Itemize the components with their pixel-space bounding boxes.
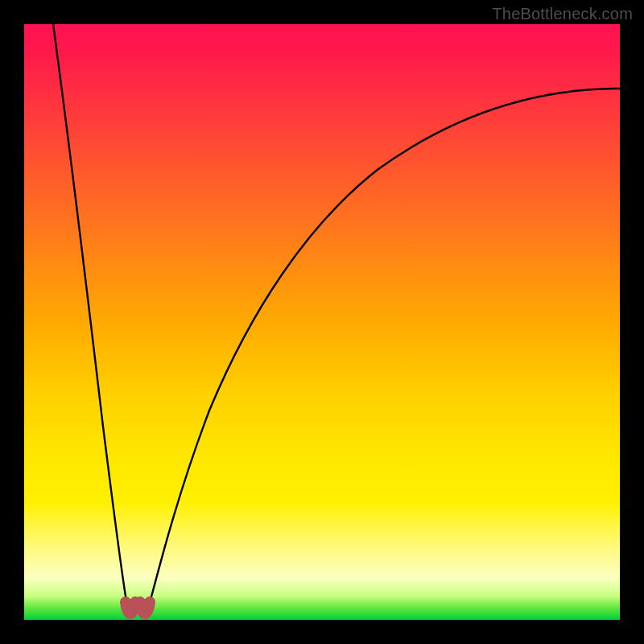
- chart-frame: TheBottleneck.com: [0, 0, 644, 644]
- plot-area: [24, 24, 620, 620]
- curve-right-branch: [147, 89, 620, 615]
- bottom-marker: [126, 602, 150, 613]
- watermark-text: TheBottleneck.com: [492, 5, 633, 23]
- curve-left-branch: [53, 24, 129, 615]
- curve-layer: [24, 24, 620, 620]
